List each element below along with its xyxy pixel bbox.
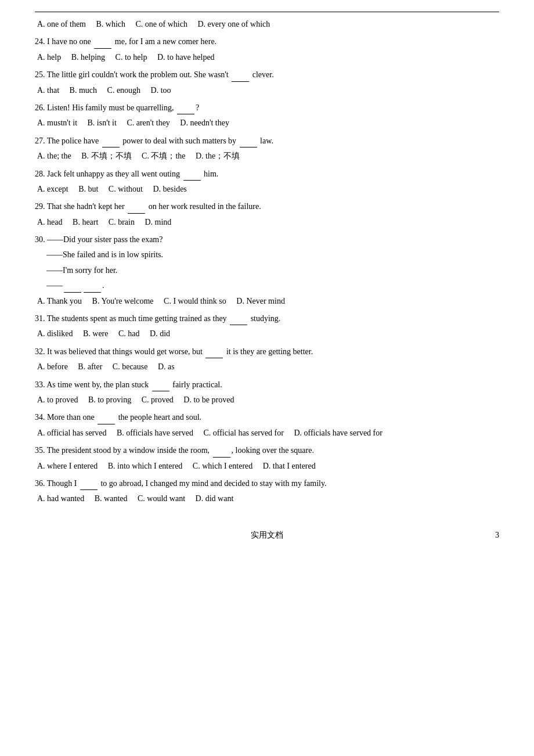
question-29-text: 29. That she hadn't kept her on her work… [35, 200, 499, 213]
question-31: 31. The students spent as much time gett… [35, 312, 499, 341]
question-35: 35. The president stood by a window insi… [35, 444, 499, 473]
question-32-text: 32. It was believed that things would ge… [35, 345, 499, 358]
question-29: 29. That she hadn't kept her on her work… [35, 200, 499, 229]
question-33: 33. As time went by, the plan stuck fair… [35, 379, 499, 407]
options-33: A. to proved B. to proving C. proved D. … [35, 394, 499, 406]
question-31-text: 31. The students spent as much time gett… [35, 312, 499, 325]
footer-area: 实用文档 3 [35, 529, 499, 542]
dialogue-line-2: ——I'm sorry for her. [46, 264, 499, 277]
question-28-text: 28. Jack felt unhappy as they all went o… [35, 168, 499, 181]
options-26: A. mustn't it B. isn't it C. aren't they… [35, 117, 499, 129]
options-23: A. one of them B. which C. one of which … [35, 18, 499, 31]
options-30: A. Thank you B. You're welcome C. I woul… [35, 295, 499, 308]
question-35-text: 35. The president stood by a window insi… [35, 444, 499, 457]
footer-label: 实用文档 [251, 531, 283, 539]
question-34-text: 34. More than one the people heart and s… [35, 411, 499, 424]
question-28: 28. Jack felt unhappy as they all went o… [35, 168, 499, 196]
top-divider [35, 12, 499, 12]
question-25: 25. The little girl couldn't work the pr… [35, 69, 499, 97]
options-36: A. had wanted B. wanted C. would want D.… [35, 492, 499, 505]
question-25-text: 25. The little girl couldn't work the pr… [35, 69, 499, 81]
question-33-text: 33. As time went by, the plan stuck fair… [35, 379, 499, 391]
options-29: A. head B. heart C. brain D. mind [35, 216, 499, 229]
option-text: A. one of them B. which C. one of which … [37, 20, 270, 28]
question-30-text: 30. ——Did your sister pass the exam? [35, 233, 499, 246]
question-24: 24. I have no one me, for I am a new com… [35, 35, 499, 64]
question-32: 32. It was believed that things would ge… [35, 345, 499, 374]
question-23-options: A. one of them B. which C. one of which … [35, 18, 499, 31]
options-34: A. official has served B. officials have… [35, 427, 499, 440]
options-32: A. before B. after C. because D. as [35, 361, 499, 373]
question-24-text: 24. I have no one me, for I am a new com… [35, 35, 499, 48]
question-36-text: 36. Though I to go abroad, I changed my … [35, 477, 499, 490]
question-26-text: 26. Listen! His family must be quarrelli… [35, 102, 499, 114]
options-35: A. where I entered B. into which I enter… [35, 460, 499, 473]
question-36: 36. Though I to go abroad, I changed my … [35, 477, 499, 506]
question-34: 34. More than one the people heart and s… [35, 411, 499, 440]
options-24: A. help B. helping C. to help D. to have… [35, 51, 499, 64]
question-26: 26. Listen! His family must be quarrelli… [35, 102, 499, 130]
dialogue-line-1: ——She failed and is in low spirits. [46, 249, 499, 261]
question-27: 27. The police have power to deal with s… [35, 135, 499, 163]
dialogue-line-3: ——. [46, 279, 499, 292]
options-28: A. except B. but C. without D. besides [35, 183, 499, 196]
options-27: A. the; the B. 不填；不填 C. 不填；the D. the；不填 [35, 150, 499, 163]
page-number: 3 [495, 529, 499, 542]
question-30: 30. ——Did your sister pass the exam? ——S… [35, 233, 499, 308]
question-27-text: 27. The police have power to deal with s… [35, 135, 499, 147]
options-31: A. disliked B. were C. had D. did [35, 327, 499, 340]
options-25: A. that B. much C. enough D. too [35, 84, 499, 97]
